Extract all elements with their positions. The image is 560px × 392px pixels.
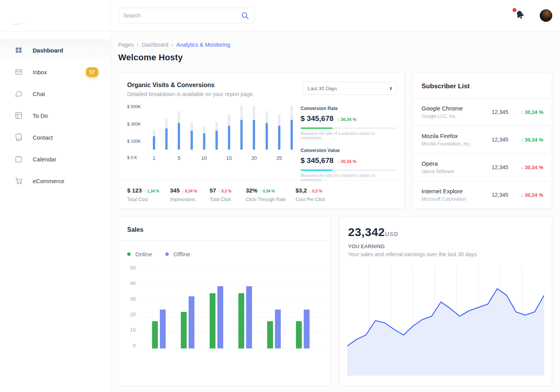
organic-bar-fill [165,128,168,150]
topbar-actions [515,9,560,22]
conversion-metric: Conversion Value$ 345,678↓ 30,34 %Measur… [301,148,397,182]
organic-bar [290,106,293,150]
stat-value-row: $ 123↑ 1,34 % [127,187,170,194]
organic-x-tick [191,155,193,161]
sales-bar-offline [304,310,310,348]
sidebar-item-to-do[interactable]: To Do [0,105,110,126]
breadcrumb-analytics[interactable]: Analytics & Monitoring [177,42,231,48]
avatar[interactable] [540,9,552,22]
stat-value: $3,2 [296,187,307,194]
organic-bar [278,114,280,150]
stat-value: 345 [170,187,180,194]
stat-label: Total Cost [127,197,170,202]
metric-delta: ↓ 30,34 % [338,159,357,164]
legend-item-online: Online [127,251,152,257]
organic-bar-fill [153,136,155,150]
organic-x-tick [290,155,293,161]
earnings-card: 23,342 USD YOU EARNING Your sales and re… [339,217,552,386]
organic-bar-fill [290,120,293,150]
organic-x-tick [240,155,243,161]
search-input[interactable] [123,12,241,19]
organic-x-tick: 20 [253,155,255,161]
metric-value: $ 345,678 [301,156,334,165]
stat-value-row: $3,2↓ 0,3 % [296,187,396,194]
subscriber-row: OperaOpera Software12,345↓ 30,34 % [413,153,552,181]
sidebar-item-dashboard[interactable]: Dashboard [0,39,110,61]
sales-y-tick: 50 [124,265,136,271]
metric-progress-fill [301,128,332,129]
stat-value-row: 32%↑ 0,34 % [246,187,296,194]
sidebar-item-inbox[interactable]: Inbox17 [0,61,110,83]
search-icon[interactable] [241,11,249,20]
subscriber-info: Mozila FirefoxMozilla Foundation, Inc. [422,133,492,147]
legend-dot-icon [127,252,131,256]
calendar-icon [15,155,23,163]
sales-y-tick: 10 [124,327,136,333]
sidebar-item-chat[interactable]: Chat [0,83,110,105]
subscriber-delta: ↑ 30,34 % [515,109,543,115]
page-title: Welcome Hosty [118,52,552,63]
sales-bar-group-may [267,310,281,348]
organic-bar [228,114,230,150]
subscriber-count: 12,345 [492,136,508,143]
sidebar-item-label: Chat [33,91,45,97]
select-arrows-icon: ▴▾ [390,86,392,90]
logo [0,0,110,31]
sales-bar-group-apr [238,286,252,348]
organic-bar-slot [278,114,280,150]
organic-bar-slot [203,126,205,150]
organic-bar-fill [253,120,255,150]
organic-bar-fill [178,123,180,150]
notification-bell-icon[interactable] [515,10,527,21]
cart-icon [15,177,23,185]
sales-bar-group-mar [210,286,223,348]
subscriber-row: Mozila FirefoxMozilla Foundation, Inc.12… [413,126,552,153]
sidebar-item-calendar[interactable]: Calendar [0,148,110,170]
sales-y-tick: 0 [124,343,136,348]
subscriber-name: Internet Explore [422,188,492,194]
breadcrumb-separator: › [137,42,139,48]
organic-card-title: Organic Visits & Conversions [127,82,254,89]
stat-delta: ↑ 0,34 % [260,189,275,193]
breadcrumb-pages[interactable]: Pages [118,42,134,48]
sidebar-item-ecommerce[interactable]: eCommerce [0,170,110,192]
subscriber-name: Google Chrome [422,105,492,112]
sales-bar-group-feb [181,296,194,348]
organic-bar [191,122,193,150]
organic-bar-slot [266,111,268,150]
organic-bar-slot [215,122,218,150]
sales-bar-group-jun [296,310,310,348]
sidebar-item-label: Dashboard [33,47,63,54]
subscriber-count: 12,345 [492,192,508,198]
sidebar-item-label: Contact [33,134,53,141]
date-range-select[interactable]: Last 30 Days ▴▾ [303,82,397,95]
organic-bar-fill [278,126,280,150]
metric-value-row: $ 345,678↓ 30,34 % [301,156,397,165]
subscriber-company: Google LLC, Inc. [422,114,492,119]
organic-x-tick: 15 [228,155,230,161]
stat-value: 32% [246,187,257,194]
sales-bar-offline [189,296,194,348]
stat-label: Click-Through Rate [246,197,296,202]
sidebar-item-contact[interactable]: Contact [0,126,110,148]
organic-y-tick: $ 0 K [127,155,145,160]
stat-total-click: 57↓ 0,3 %Total Click [210,187,246,202]
legend-label: Online [135,251,152,257]
sales-card: Sales OnlineOffline 01020304050 JanFebMa… [118,217,331,386]
stat-value-row: 57↓ 0,3 % [210,187,246,194]
organic-bar-slot [165,119,168,150]
organic-card-subtitle: Detailed breakdown is available on your … [127,91,254,97]
organic-y-tick: $ 100K [127,139,145,144]
organic-bar-fill [203,133,205,150]
organic-bar-fill [215,131,218,150]
organic-x-tick: 1 [153,155,155,161]
metric-value-row: $ 345,678↑ 30,34 % [301,114,397,123]
date-range-value: Last 30 Days [308,86,337,91]
stat-delta: ↓ 0,3 % [309,189,322,193]
organic-bar-chart: $ 500K$ 300K$ 100K$ 0 K 1510152025 [127,105,295,190]
breadcrumb-dashboard[interactable]: Dashboard [142,42,168,48]
sales-bar-online [210,293,215,348]
sales-bar-online [296,321,302,348]
organic-bar-slot [290,106,293,150]
main-content: Pages › Dashboard › Analytics & Monitori… [111,32,560,392]
